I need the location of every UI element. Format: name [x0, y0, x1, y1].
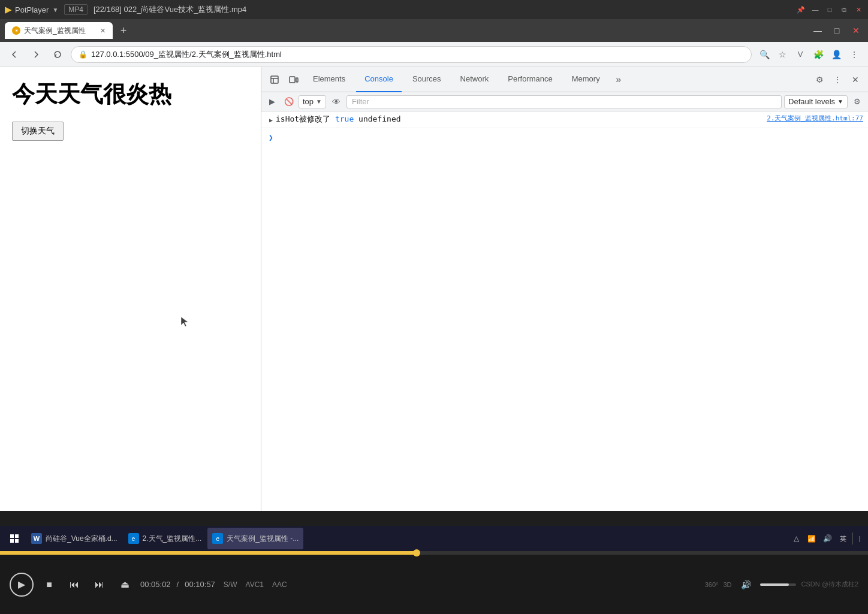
console-msg-text: isHot被修改了	[276, 114, 335, 123]
tab-close-button[interactable]: ✕	[100, 27, 106, 35]
browser-minimize-button[interactable]: —	[810, 23, 825, 38]
taskbar-item-edge1[interactable]: e 2.天气_监视属性...	[123, 528, 207, 549]
console-source-link[interactable]: 2.天气案例_监视属性.html:77	[767, 114, 863, 123]
edge2-icon: e	[212, 533, 223, 544]
app-dropdown-icon[interactable]: ▼	[52, 7, 58, 13]
extensions-icon[interactable]: 🧩	[810, 47, 826, 62]
console-log-entry: ▶ isHot被修改了 true undefined 2.天气案例_监视属性.h…	[261, 111, 868, 128]
svg-rect-0	[271, 76, 278, 83]
tab-favicon: ☀	[12, 26, 20, 35]
video-format-sw: S/W	[224, 580, 237, 589]
video-codec: AVC1	[246, 580, 264, 589]
audio-codec: AAC	[272, 580, 287, 589]
address-text: 127.0.0.1:5500/09_监视属性/2.天气案例_监视属性.html	[91, 49, 744, 60]
tray-icon[interactable]: 📌	[796, 5, 806, 14]
console-toolbar: ▶ 🚫 top ▼ 👁 Filter Default levels ▼ ⚙	[261, 92, 868, 111]
devtools-settings-button[interactable]: ⚙	[812, 72, 827, 87]
svg-rect-3	[290, 77, 295, 83]
browser-close-button[interactable]: ✕	[849, 23, 863, 38]
devtools-more-tabs[interactable]: »	[611, 72, 626, 87]
browser-content: 今天天气很炎热 切换天气 Elements	[0, 67, 868, 511]
back-button[interactable]	[6, 46, 23, 63]
console-run-button[interactable]: ▶	[265, 95, 279, 109]
taskbar-item-word[interactable]: W 尚硅谷_Vue全家桶.d...	[26, 528, 122, 549]
console-levels-value: Default levels	[788, 97, 835, 106]
console-output: ▶ isHot被修改了 true undefined 2.天气案例_监视属性.h…	[261, 111, 868, 511]
window-title: [22/168] 022_尚硅谷Vue技术_监视属性.mp4	[94, 4, 790, 15]
devtools-tab-performance[interactable]: Performance	[499, 67, 560, 92]
devtools-panel: Elements Console Sources Network Perform…	[261, 67, 868, 511]
devtools-tab-elements[interactable]: Elements	[305, 67, 354, 92]
player-controls: ▶ ■ ⏮ ⏭ ⏏ 00:05:02 / 00:10:57 S/W AVC1 A…	[0, 555, 868, 614]
taskbar-edge1-label: 2.天气_监视属性...	[143, 534, 202, 544]
console-filter-placeholder: Filter	[352, 97, 369, 106]
svg-rect-8	[15, 539, 19, 543]
volume-fill	[760, 583, 789, 586]
3d-label: 3D	[723, 581, 731, 588]
app-name: PotPlayer	[15, 5, 49, 14]
refresh-button[interactable]	[49, 46, 66, 63]
console-filter-input[interactable]: Filter	[346, 95, 782, 108]
console-context-dropdown-icon: ▼	[316, 98, 322, 105]
volume-icon[interactable]: 🔊	[736, 575, 755, 594]
eject-button[interactable]: ⏏	[115, 575, 134, 594]
console-context-value: top	[303, 97, 314, 106]
extension-icon[interactable]: V	[792, 47, 808, 62]
start-button[interactable]	[4, 528, 25, 549]
zoom-icon[interactable]: 🔍	[757, 47, 772, 62]
switch-weather-button[interactable]: 切换天气	[12, 122, 64, 141]
devtools-device-button[interactable]	[285, 71, 302, 88]
devtools-tab-console[interactable]: Console	[356, 67, 402, 92]
tray-show-desktop[interactable]: |	[852, 533, 864, 545]
console-caret-icon[interactable]: ❯	[266, 131, 276, 143]
close-button[interactable]: ✕	[854, 5, 863, 14]
devtools-toolbar-icons: ⚙ ⋮ ✕	[812, 72, 863, 87]
app-logo[interactable]: ▶ PotPlayer ▼	[5, 5, 58, 14]
tray-lang-icon[interactable]: 英	[837, 533, 849, 545]
profile-icon[interactable]: 👤	[828, 47, 844, 62]
menu-icon[interactable]: ⋮	[846, 47, 862, 62]
devtools-options-button[interactable]: ⋮	[830, 72, 845, 87]
angle-label: 360°	[705, 581, 719, 588]
browser-maximize-button[interactable]: □	[830, 23, 844, 38]
devtools-tab-memory[interactable]: Memory	[563, 67, 608, 92]
console-context-select[interactable]: top ▼	[299, 95, 326, 108]
stop-button[interactable]: ■	[40, 575, 59, 594]
taskbar-item-edge2[interactable]: e 天气案例_监视属性 -...	[207, 528, 303, 549]
devtools-tab-network[interactable]: Network	[452, 67, 498, 92]
play-button[interactable]: ▶	[10, 573, 34, 597]
console-levels-select[interactable]: Default levels ▼	[784, 95, 848, 108]
page-heading: 今天天气很炎热	[12, 79, 249, 110]
console-entry-expand[interactable]: ▶	[266, 115, 276, 125]
browser-tab[interactable]: ☀ 天气案例_监视属性 ✕	[5, 22, 113, 39]
address-bar[interactable]: 🔒 127.0.0.1:5500/09_监视属性/2.天气案例_监视属性.htm…	[71, 46, 752, 63]
console-msg-value-blue: true	[335, 114, 354, 123]
devtools-inspect-button[interactable]	[266, 71, 283, 88]
progress-thumb[interactable]	[413, 549, 420, 556]
browser-navbar: 🔒 127.0.0.1:5500/09_监视属性/2.天气案例_监视属性.htm…	[0, 42, 868, 67]
devtools-close-button[interactable]: ✕	[848, 72, 863, 87]
minimize-button[interactable]: —	[810, 5, 820, 14]
forward-button[interactable]	[28, 46, 44, 63]
new-tab-button[interactable]: +	[115, 22, 132, 39]
mouse-cursor	[180, 316, 189, 330]
devtools-tab-sources[interactable]: Sources	[404, 67, 450, 92]
volume-bar[interactable]	[760, 583, 796, 586]
maximize-button[interactable]: □	[825, 5, 834, 14]
console-clear-button[interactable]: 🚫	[282, 95, 296, 109]
current-time: 00:05:02	[140, 580, 171, 589]
console-settings-button[interactable]: ⚙	[850, 95, 864, 109]
taskbar-word-label: 尚硅谷_Vue全家桶.d...	[46, 534, 117, 544]
prev-button[interactable]: ⏮	[65, 575, 84, 594]
progress-bar[interactable]	[0, 551, 868, 555]
browser-window: ☀ 天气案例_监视属性 ✕ + — □ ✕ 🔒 127.0.0.1:5500/0…	[0, 19, 868, 511]
console-eye-button[interactable]: 👁	[328, 95, 344, 109]
next-button[interactable]: ⏭	[90, 575, 109, 594]
tray-network-icon[interactable]: 📶	[806, 533, 818, 545]
tray-chevron-icon[interactable]: △	[790, 533, 802, 545]
tray-sound-icon[interactable]: 🔊	[821, 533, 833, 545]
console-caret-row[interactable]: ❯	[261, 128, 868, 146]
bookmark-icon[interactable]: ☆	[774, 47, 790, 62]
restore-button[interactable]: ⧉	[839, 5, 849, 14]
svg-rect-7	[10, 539, 14, 543]
